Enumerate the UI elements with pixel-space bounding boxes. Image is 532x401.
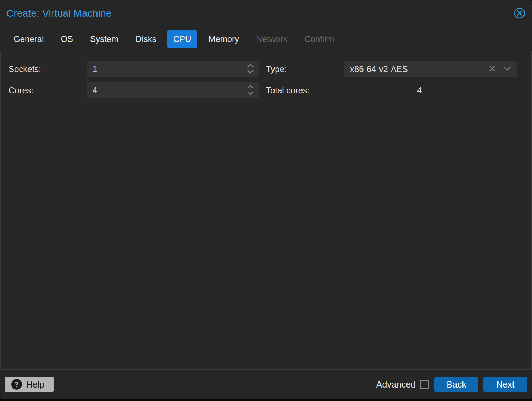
help-button[interactable]: ? Help	[5, 377, 54, 392]
type-combo	[344, 61, 517, 77]
chevron-up-icon	[246, 63, 254, 69]
cores-input[interactable]	[87, 86, 242, 95]
tab-disks[interactable]: Disks	[127, 30, 165, 48]
chevron-down-icon	[246, 90, 254, 97]
cores-field	[87, 82, 259, 98]
sockets-input[interactable]	[87, 64, 242, 74]
type-row: Type:	[266, 61, 523, 77]
dialog-footer: ? Help Advanced Back Next	[0, 369, 532, 399]
sockets-field	[87, 61, 259, 77]
cores-spinner[interactable]	[242, 82, 259, 98]
tab-os[interactable]: OS	[52, 30, 82, 48]
tab-cpu[interactable]: CPU	[167, 30, 198, 48]
form-right-column: Type:	[266, 61, 523, 359]
sockets-spinner[interactable]	[242, 61, 259, 77]
back-button[interactable]: Back	[434, 377, 478, 392]
dropdown-trigger[interactable]	[501, 61, 513, 77]
advanced-checkbox[interactable]	[420, 380, 429, 389]
clear-x-icon	[489, 65, 496, 73]
next-button[interactable]: Next	[483, 377, 527, 392]
clear-button[interactable]	[486, 61, 498, 77]
cores-label: Cores:	[9, 86, 87, 95]
type-input[interactable]	[344, 64, 486, 74]
tab-network: Network	[248, 30, 296, 48]
help-question-icon: ?	[11, 379, 22, 390]
sockets-label: Sockets:	[9, 64, 87, 74]
create-vm-dialog: Create: Virtual Machine General OS Syste…	[0, 0, 532, 399]
chevron-down-icon	[503, 66, 511, 72]
total-cores-row: Total cores: 4	[266, 82, 523, 98]
chevron-down-icon	[246, 69, 254, 76]
sockets-row: Sockets:	[9, 61, 266, 77]
wizard-tabbar: General OS System Disks CPU Memory Netwo…	[0, 27, 532, 51]
tab-confirm: Confirm	[296, 30, 343, 48]
help-button-label: Help	[26, 379, 44, 390]
chevron-up-icon	[246, 84, 254, 90]
dialog-title: Create: Virtual Machine	[6, 8, 112, 19]
type-label: Type:	[266, 64, 344, 74]
type-combo-tools	[486, 61, 517, 77]
form-left-column: Sockets: Cores:	[9, 61, 266, 359]
close-icon	[514, 7, 526, 20]
cores-row: Cores:	[9, 82, 266, 98]
dialog-titlebar: Create: Virtual Machine	[0, 0, 532, 27]
footer-actions: Advanced Back Next	[376, 377, 527, 392]
tab-system[interactable]: System	[82, 30, 127, 48]
cpu-tab-panel: Sockets: Cores:	[0, 51, 532, 369]
total-cores-value: 4	[344, 86, 422, 95]
total-cores-label: Total cores:	[266, 86, 344, 95]
tab-memory[interactable]: Memory	[200, 30, 248, 48]
tab-general[interactable]: General	[5, 30, 52, 48]
close-button[interactable]	[514, 7, 526, 20]
advanced-label: Advanced	[376, 379, 416, 390]
